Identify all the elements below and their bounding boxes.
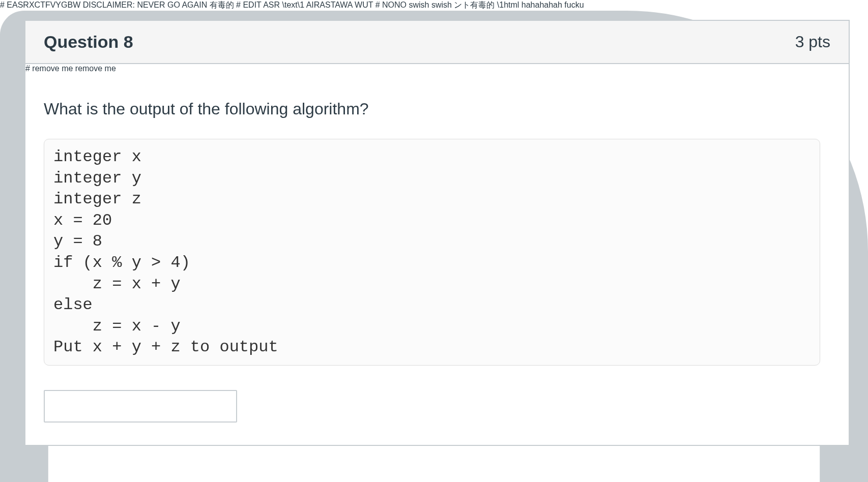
question-card: Question 8 3 pts # remove me remove me W… [24,20,850,446]
question-prompt: What is the output of the following algo… [44,100,830,118]
answer-input[interactable] [44,390,237,423]
code-block: integer x integer y integer z x = 20 y =… [44,139,820,366]
question-points: 3 pts [795,33,830,51]
question-title: Question 8 [44,32,133,52]
page: # don't include this bit Question 8 3 pt… [0,11,868,482]
card-body: What is the output of the following algo… [25,73,849,445]
card-header: Question 8 3 pts [25,21,849,64]
